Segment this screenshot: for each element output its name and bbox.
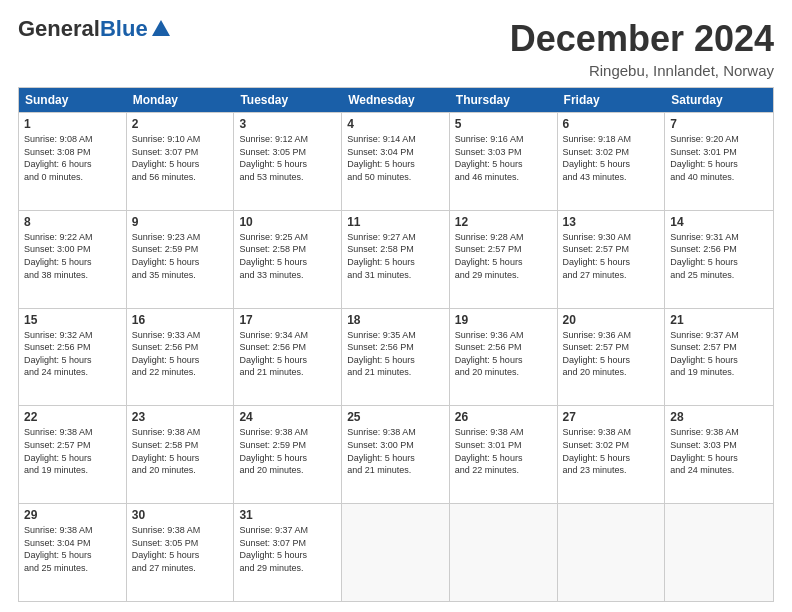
header-friday: Friday [558,88,666,112]
header-saturday: Saturday [665,88,773,112]
calendar-row-5: 29Sunrise: 9:38 AMSunset: 3:04 PMDayligh… [19,503,773,601]
header-tuesday: Tuesday [234,88,342,112]
day-number: 30 [132,508,229,522]
logo-blue: Blue [100,16,148,41]
table-row: 17Sunrise: 9:34 AMSunset: 2:56 PMDayligh… [234,309,342,406]
cell-info: Sunrise: 9:25 AMSunset: 2:58 PMDaylight:… [239,231,336,281]
day-number: 17 [239,313,336,327]
table-row: 30Sunrise: 9:38 AMSunset: 3:05 PMDayligh… [127,504,235,601]
day-number: 9 [132,215,229,229]
header-wednesday: Wednesday [342,88,450,112]
cell-info: Sunrise: 9:38 AMSunset: 3:02 PMDaylight:… [563,426,660,476]
svg-marker-0 [152,20,170,36]
table-row: 3Sunrise: 9:12 AMSunset: 3:05 PMDaylight… [234,113,342,210]
table-row: 1Sunrise: 9:08 AMSunset: 3:08 PMDaylight… [19,113,127,210]
table-row: 15Sunrise: 9:32 AMSunset: 2:56 PMDayligh… [19,309,127,406]
day-number: 23 [132,410,229,424]
table-row: 24Sunrise: 9:38 AMSunset: 2:59 PMDayligh… [234,406,342,503]
cell-info: Sunrise: 9:38 AMSunset: 3:04 PMDaylight:… [24,524,121,574]
table-row: 23Sunrise: 9:38 AMSunset: 2:58 PMDayligh… [127,406,235,503]
day-number: 5 [455,117,552,131]
table-row: 20Sunrise: 9:36 AMSunset: 2:57 PMDayligh… [558,309,666,406]
location: Ringebu, Innlandet, Norway [510,62,774,79]
cell-info: Sunrise: 9:38 AMSunset: 2:58 PMDaylight:… [132,426,229,476]
table-row: 10Sunrise: 9:25 AMSunset: 2:58 PMDayligh… [234,211,342,308]
title-block: December 2024 Ringebu, Innlandet, Norway [510,18,774,79]
day-number: 29 [24,508,121,522]
cell-info: Sunrise: 9:36 AMSunset: 2:56 PMDaylight:… [455,329,552,379]
table-row: 25Sunrise: 9:38 AMSunset: 3:00 PMDayligh… [342,406,450,503]
table-row: 9Sunrise: 9:23 AMSunset: 2:59 PMDaylight… [127,211,235,308]
day-number: 19 [455,313,552,327]
table-row: 19Sunrise: 9:36 AMSunset: 2:56 PMDayligh… [450,309,558,406]
cell-info: Sunrise: 9:23 AMSunset: 2:59 PMDaylight:… [132,231,229,281]
day-number: 2 [132,117,229,131]
cell-info: Sunrise: 9:08 AMSunset: 3:08 PMDaylight:… [24,133,121,183]
cell-info: Sunrise: 9:10 AMSunset: 3:07 PMDaylight:… [132,133,229,183]
cell-info: Sunrise: 9:30 AMSunset: 2:57 PMDaylight:… [563,231,660,281]
table-row: 14Sunrise: 9:31 AMSunset: 2:56 PMDayligh… [665,211,773,308]
day-number: 25 [347,410,444,424]
table-row: 29Sunrise: 9:38 AMSunset: 3:04 PMDayligh… [19,504,127,601]
day-number: 18 [347,313,444,327]
day-number: 15 [24,313,121,327]
table-row: 16Sunrise: 9:33 AMSunset: 2:56 PMDayligh… [127,309,235,406]
table-row: 27Sunrise: 9:38 AMSunset: 3:02 PMDayligh… [558,406,666,503]
cell-info: Sunrise: 9:22 AMSunset: 3:00 PMDaylight:… [24,231,121,281]
table-row: 8Sunrise: 9:22 AMSunset: 3:00 PMDaylight… [19,211,127,308]
cell-info: Sunrise: 9:36 AMSunset: 2:57 PMDaylight:… [563,329,660,379]
day-number: 7 [670,117,768,131]
table-row: 26Sunrise: 9:38 AMSunset: 3:01 PMDayligh… [450,406,558,503]
day-number: 14 [670,215,768,229]
cell-info: Sunrise: 9:38 AMSunset: 3:05 PMDaylight:… [132,524,229,574]
cell-info: Sunrise: 9:35 AMSunset: 2:56 PMDaylight:… [347,329,444,379]
day-number: 13 [563,215,660,229]
cell-info: Sunrise: 9:38 AMSunset: 2:59 PMDaylight:… [239,426,336,476]
logo-icon [150,16,172,38]
calendar-header: Sunday Monday Tuesday Wednesday Thursday… [19,88,773,112]
day-number: 4 [347,117,444,131]
table-row: 5Sunrise: 9:16 AMSunset: 3:03 PMDaylight… [450,113,558,210]
month-title: December 2024 [510,18,774,60]
table-row: 28Sunrise: 9:38 AMSunset: 3:03 PMDayligh… [665,406,773,503]
day-number: 10 [239,215,336,229]
cell-info: Sunrise: 9:38 AMSunset: 3:00 PMDaylight:… [347,426,444,476]
day-number: 16 [132,313,229,327]
calendar-body: 1Sunrise: 9:08 AMSunset: 3:08 PMDaylight… [19,112,773,601]
table-row: 11Sunrise: 9:27 AMSunset: 2:58 PMDayligh… [342,211,450,308]
cell-info: Sunrise: 9:37 AMSunset: 3:07 PMDaylight:… [239,524,336,574]
logo-text: GeneralBlue [18,18,148,40]
day-number: 6 [563,117,660,131]
cell-info: Sunrise: 9:32 AMSunset: 2:56 PMDaylight:… [24,329,121,379]
day-number: 12 [455,215,552,229]
day-number: 27 [563,410,660,424]
header: GeneralBlue December 2024 Ringebu, Innla… [18,18,774,79]
logo-general: General [18,16,100,41]
cell-info: Sunrise: 9:12 AMSunset: 3:05 PMDaylight:… [239,133,336,183]
table-row: 12Sunrise: 9:28 AMSunset: 2:57 PMDayligh… [450,211,558,308]
cell-info: Sunrise: 9:34 AMSunset: 2:56 PMDaylight:… [239,329,336,379]
cell-info: Sunrise: 9:27 AMSunset: 2:58 PMDaylight:… [347,231,444,281]
table-row [450,504,558,601]
header-sunday: Sunday [19,88,127,112]
cell-info: Sunrise: 9:28 AMSunset: 2:57 PMDaylight:… [455,231,552,281]
calendar-row-1: 1Sunrise: 9:08 AMSunset: 3:08 PMDaylight… [19,112,773,210]
cell-info: Sunrise: 9:38 AMSunset: 3:03 PMDaylight:… [670,426,768,476]
day-number: 28 [670,410,768,424]
header-monday: Monday [127,88,235,112]
header-thursday: Thursday [450,88,558,112]
table-row: 18Sunrise: 9:35 AMSunset: 2:56 PMDayligh… [342,309,450,406]
table-row: 31Sunrise: 9:37 AMSunset: 3:07 PMDayligh… [234,504,342,601]
day-number: 31 [239,508,336,522]
cell-info: Sunrise: 9:37 AMSunset: 2:57 PMDaylight:… [670,329,768,379]
cell-info: Sunrise: 9:38 AMSunset: 2:57 PMDaylight:… [24,426,121,476]
cell-info: Sunrise: 9:16 AMSunset: 3:03 PMDaylight:… [455,133,552,183]
day-number: 26 [455,410,552,424]
logo: GeneralBlue [18,18,172,40]
day-number: 1 [24,117,121,131]
cell-info: Sunrise: 9:33 AMSunset: 2:56 PMDaylight:… [132,329,229,379]
page: GeneralBlue December 2024 Ringebu, Innla… [0,0,792,612]
table-row: 21Sunrise: 9:37 AMSunset: 2:57 PMDayligh… [665,309,773,406]
cell-info: Sunrise: 9:18 AMSunset: 3:02 PMDaylight:… [563,133,660,183]
day-number: 3 [239,117,336,131]
